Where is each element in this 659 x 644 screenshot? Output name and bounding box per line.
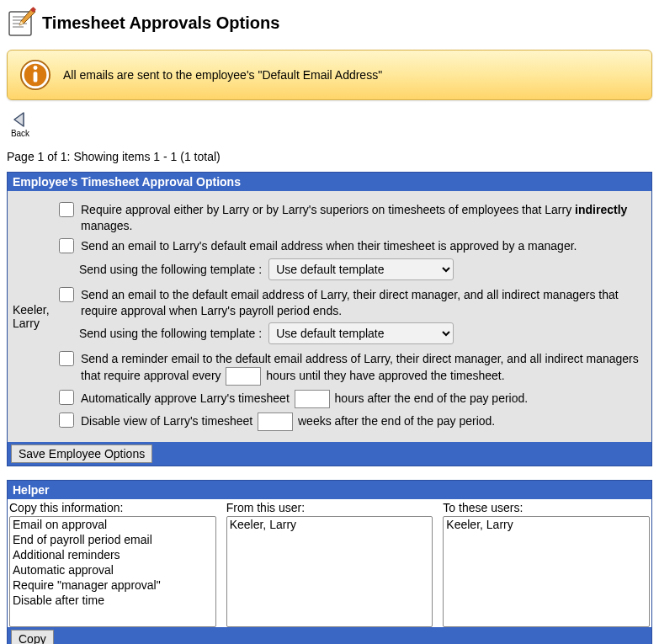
employee-options-panel-title: Employee's Timesheet Approval Options — [8, 173, 651, 191]
email-on-approval-label: Send an email to Larry's default email a… — [81, 238, 577, 254]
email-on-approval-checkbox[interactable] — [59, 238, 74, 253]
auto-approve-checkbox[interactable] — [59, 390, 74, 405]
svg-marker-12 — [14, 113, 24, 126]
require-approval-label: Require approval either by Larry or by L… — [81, 202, 648, 234]
edit-icon — [7, 7, 37, 40]
reminder-email-label: Send a reminder email to the default ema… — [81, 351, 648, 386]
copy-info-label: Copy this information: — [9, 501, 216, 514]
require-approval-checkbox[interactable] — [59, 202, 74, 217]
template-label-2: Send using the following template : — [79, 327, 262, 340]
back-label: Back — [11, 129, 29, 138]
email-period-end-checkbox[interactable] — [59, 287, 74, 302]
helper-panel: Helper Copy this information: Email on a… — [7, 480, 652, 644]
pagination-info: Page 1 of 1: Showing items 1 - 1 (1 tota… — [7, 150, 652, 163]
info-banner: All emails are sent to the employee's "D… — [7, 50, 652, 100]
employee-name: Keeler, Larry — [11, 194, 57, 439]
info-message: All emails are sent to the employee's "D… — [63, 68, 382, 82]
to-users-label: To these users: — [443, 501, 650, 514]
auto-approve-label: Automatically approve Larry's timesheet … — [81, 390, 528, 408]
back-arrow-icon — [11, 110, 29, 129]
employee-options-panel: Employee's Timesheet Approval Options Ke… — [7, 172, 652, 466]
svg-rect-10 — [34, 72, 38, 82]
template-select-2[interactable]: Use default template — [268, 322, 454, 344]
auto-approve-hours-input[interactable] — [295, 390, 330, 408]
template-select-1[interactable]: Use default template — [268, 258, 454, 280]
svg-point-11 — [34, 66, 38, 70]
disable-view-checkbox[interactable] — [59, 412, 74, 428]
copy-info-list[interactable]: Email on approvalEnd of payroll period e… — [9, 516, 216, 627]
disable-view-label: Disable view of Larry's timesheet weeks … — [81, 412, 495, 431]
helper-panel-title: Helper — [8, 481, 651, 499]
from-user-label: From this user: — [226, 501, 433, 514]
info-icon — [19, 59, 51, 91]
reminder-hours-input[interactable] — [226, 367, 261, 386]
template-label-1: Send using the following template : — [79, 263, 262, 276]
copy-button[interactable]: Copy — [11, 630, 54, 644]
from-user-list[interactable]: Keeler, Larry — [226, 516, 433, 627]
disable-weeks-input[interactable] — [258, 412, 293, 431]
page-title: Timesheet Approvals Options — [42, 13, 279, 33]
back-button[interactable]: Back — [7, 110, 34, 138]
save-employee-options-button[interactable]: Save Employee Options — [11, 444, 152, 463]
page-header: Timesheet Approvals Options — [7, 7, 652, 40]
reminder-email-checkbox[interactable] — [59, 351, 74, 366]
to-users-list[interactable]: Keeler, Larry — [443, 516, 650, 627]
email-period-end-label: Send an email to the default email addre… — [81, 287, 648, 319]
